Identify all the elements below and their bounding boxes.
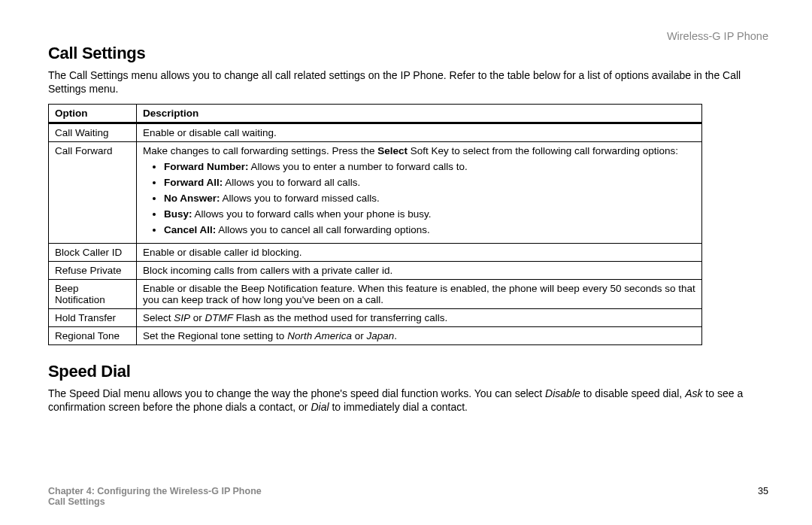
cell-option: Regional Tone [49,326,137,344]
cell-option: Beep Notification [49,279,137,308]
text: Allows you to enter a number to forward … [249,161,468,172]
list-item: Cancel All: Allows you to cancel all cal… [164,224,695,235]
footer-chapter: Chapter 4: Configuring the Wireless-G IP… [48,486,768,496]
product-name: Wireless-G IP Phone [48,30,768,42]
list-item: Busy: Allows you to forward calls when y… [164,208,695,220]
text: The Speed Dial menu allows you to change… [48,387,545,399]
cell-option: Hold Transfer [49,308,137,326]
italic-text: Japan [366,330,394,341]
text: Make changes to call forwarding settings… [143,145,377,156]
bold-text: Cancel All: [164,224,216,235]
section-heading-speed-dial: Speed Dial [48,362,768,381]
table-row: Call Forward Make changes to call forwar… [49,141,702,243]
th-description: Description [137,104,702,123]
text: Soft Key to select from the following ca… [408,145,678,156]
italic-text: SIP [174,312,190,323]
document-page: Wireless-G IP Phone Call Settings The Ca… [0,0,812,525]
text: to immediately dial a contact. [329,401,468,413]
page-number: 35 [758,486,768,496]
cell-description: Enable or disable call waiting. [137,123,702,141]
text: Allows you to cancel all call forwarding… [216,224,429,235]
text: . [394,330,397,341]
italic-text: North America [287,330,352,341]
cell-description: Select SIP or DTMF Flash as the method u… [137,308,702,326]
section-heading-call-settings: Call Settings [48,44,768,63]
text: Select [143,312,174,323]
speed-dial-intro: The Speed Dial menu allows you to change… [48,387,768,414]
call-settings-table: Option Description Call Waiting Enable o… [48,104,702,345]
cell-option: Block Caller ID [49,243,137,261]
cell-description: Make changes to call forwarding settings… [137,141,702,243]
th-option: Option [49,104,137,123]
cell-option: Refuse Private [49,261,137,279]
bold-text: Forward Number: [164,161,249,172]
text: or [352,330,367,341]
table-row: Refuse Private Block incoming calls from… [49,261,702,279]
cell-description: Enable or disable the Beep Notification … [137,279,702,308]
text: to disable speed dial, [580,387,685,399]
cell-description: Enable or disable caller id blocking. [137,243,702,261]
table-header-row: Option Description [49,104,702,123]
bold-text: Forward All: [164,177,223,188]
list-item: Forward Number: Allows you to enter a nu… [164,161,695,172]
table-row: Call Waiting Enable or disable call wait… [49,123,702,141]
text: Allows you to forward all calls. [223,177,360,188]
text: or [190,312,205,323]
italic-text: Disable [545,387,580,399]
call-settings-intro: The Call Settings menu allows you to cha… [48,69,768,96]
text: Set the Regional tone setting to [143,330,287,341]
bold-text: Busy: [164,208,192,220]
bold-text: No Answer: [164,193,220,204]
text: Allows you to forward calls when your ph… [192,208,432,220]
table-row: Hold Transfer Select SIP or DTMF Flash a… [49,308,702,326]
cell-option: Call Waiting [49,123,137,141]
bold-text: Select [377,145,408,156]
italic-text: Dial [311,401,329,413]
table-row: Regional Tone Set the Regional tone sett… [49,326,702,344]
italic-text: DTMF [205,312,234,323]
text: Flash as the method used for transferrin… [233,312,447,323]
cell-description: Block incoming calls from callers with a… [137,261,702,279]
text: Allows you to forward missed calls. [220,193,380,204]
cell-description: Set the Regional tone setting to North A… [137,326,702,344]
list-item: Forward All: Allows you to forward all c… [164,177,695,188]
page-footer: 35 Chapter 4: Configuring the Wireless-G… [48,486,768,507]
table-row: Beep Notification Enable or disable the … [49,279,702,308]
cell-option: Call Forward [49,141,137,243]
forward-options-list: Forward Number: Allows you to enter a nu… [143,161,695,235]
footer-section: Call Settings [48,496,768,507]
italic-text: Ask [685,387,702,399]
list-item: No Answer: Allows you to forward missed … [164,193,695,204]
table-row: Block Caller ID Enable or disable caller… [49,243,702,261]
